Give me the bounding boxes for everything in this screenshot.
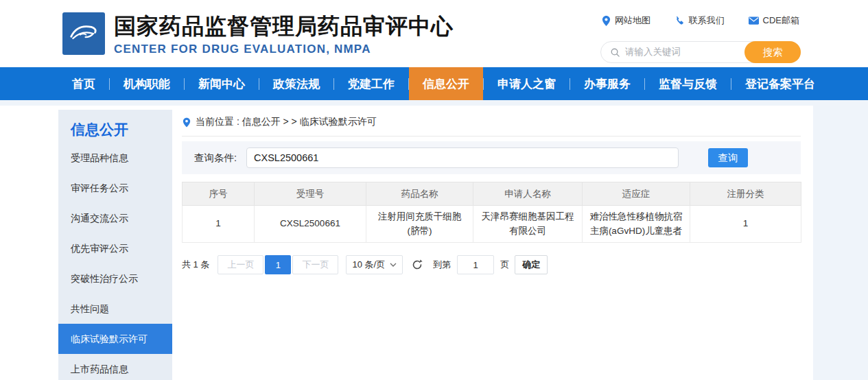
contact-us-link-label: 联系我们: [689, 14, 725, 27]
nav-item-party-building[interactable]: 党建工作: [334, 67, 408, 100]
breadcrumb-pin-icon: [183, 117, 191, 128]
sidebar-menu: 受理品种信息 审评任务公示 沟通交流公示 优先审评公示 突破性治疗公示 共性问题…: [58, 143, 172, 380]
header-quick-links: 网站地图 联系我们 CDE邮箱: [600, 14, 801, 27]
site-subtitle: CENTER FOR DRUG EVALUATION, NMPA: [114, 43, 454, 56]
pagination: 共 1 条 上一页 1 下一页 10 条/页 到第 页 确定: [182, 255, 801, 274]
goto-page-input[interactable]: [457, 255, 494, 274]
nav-item-info-disclosure[interactable]: 信息公开: [409, 67, 483, 100]
pagination-total: 共 1 条: [182, 259, 209, 271]
page-size-value: 10 条/页: [352, 259, 385, 271]
site-title: 国家药品监督管理局药品审评中心: [114, 13, 454, 39]
site-search-button[interactable]: 搜索: [744, 41, 801, 63]
next-page-button[interactable]: 下一页: [292, 255, 338, 274]
nav-item-applicant-window[interactable]: 申请人之窗: [484, 67, 570, 100]
page-number-1[interactable]: 1: [265, 255, 291, 274]
query-input[interactable]: [246, 147, 679, 168]
nav-item-home[interactable]: 首页: [58, 67, 109, 100]
cde-mail-link[interactable]: CDE邮箱: [749, 14, 799, 27]
prev-page-button[interactable]: 上一页: [218, 255, 263, 274]
goto-page-prefix: 到第: [433, 259, 451, 271]
sidebar-item-communication[interactable]: 沟通交流公示: [58, 203, 172, 233]
sidebar-item-clinical-trial-implied-license[interactable]: 临床试验默示许可: [58, 324, 172, 354]
nav-item-news[interactable]: 新闻中心: [185, 67, 259, 100]
contact-us-link[interactable]: 联系我们: [675, 14, 725, 27]
goto-confirm-button[interactable]: 确定: [515, 255, 548, 274]
sidebar-item-accepted-varieties[interactable]: 受理品种信息: [58, 143, 172, 173]
main-content: 当前位置 : 信息公开 > > 临床试验默示许可 查询条件: 查询 序号 受理号…: [182, 106, 801, 274]
page-size-select[interactable]: 10 条/页: [346, 255, 403, 274]
sidebar-item-common-issues[interactable]: 共性问题: [58, 294, 172, 324]
nav-item-policies[interactable]: 政策法规: [259, 67, 333, 100]
query-button[interactable]: 查询: [708, 148, 748, 167]
sidebar-title: 信息公开: [58, 110, 172, 139]
col-header-seq: 序号: [183, 182, 255, 206]
col-header-drug-name: 药品名称: [366, 182, 473, 206]
cde-mail-link-label: CDE邮箱: [763, 14, 799, 27]
sitemap-link[interactable]: 网站地图: [602, 14, 650, 27]
sidebar: 信息公开 受理品种信息 审评任务公示 沟通交流公示 优先审评公示 突破性治疗公示…: [58, 110, 172, 380]
sitemap-link-label: 网站地图: [615, 14, 650, 27]
cell-registration-class: 1: [690, 206, 801, 243]
nav-item-org-functions[interactable]: 机构职能: [110, 67, 184, 100]
sidebar-item-review-tasks[interactable]: 审评任务公示: [58, 173, 172, 203]
cell-indication: 难治性急性移植物抗宿主病(aGvHD)儿童患者: [583, 206, 690, 243]
goto-page-suffix: 页: [500, 259, 509, 271]
breadcrumb-text: 当前位置 : 信息公开 > > 临床试验默示许可: [196, 116, 377, 128]
refresh-icon: [411, 259, 423, 271]
refresh-button[interactable]: [411, 259, 423, 271]
sidebar-item-breakthrough-therapy[interactable]: 突破性治疗公示: [58, 263, 172, 294]
nav-item-supervision-feedback[interactable]: 监督与反馈: [645, 67, 731, 100]
col-header-indication: 适应症: [583, 182, 690, 206]
sidebar-item-priority-review[interactable]: 优先审评公示: [58, 233, 172, 263]
chevron-down-icon: [390, 263, 397, 267]
cell-acceptance-no: CXSL2500661: [255, 206, 366, 243]
query-label: 查询条件:: [194, 152, 237, 165]
table-header-row: 序号 受理号 药品名称 申请人名称 适应症 注册分类: [183, 182, 801, 206]
nav-item-registration-platform[interactable]: 登记备案平台: [731, 67, 829, 100]
main-navbar: 首页 机构职能 新闻中心 政策法规 党建工作 信息公开 申请人之窗 办事服务 监…: [0, 67, 868, 100]
breadcrumb: 当前位置 : 信息公开 > > 临床试验默示许可: [182, 106, 801, 136]
col-header-registration-class: 注册分类: [690, 182, 801, 206]
phone-icon: [675, 16, 685, 26]
location-pin-icon: [602, 16, 611, 26]
cell-applicant: 天津昂赛细胞基因工程有限公司: [473, 206, 583, 243]
table-row: 1 CXSL2500661 注射用间充质干细胞(脐带) 天津昂赛细胞基因工程有限…: [183, 206, 801, 243]
results-table: 序号 受理号 药品名称 申请人名称 适应症 注册分类 1 CXSL2500661…: [182, 182, 801, 243]
mail-icon: [749, 16, 759, 25]
eagle-swoosh-icon: [65, 15, 102, 52]
site-search-box[interactable]: 请输入关键词 搜索: [600, 41, 801, 63]
cell-seq: 1: [183, 206, 255, 243]
site-search-placeholder: 请输入关键词: [625, 46, 681, 58]
page-body: 信息公开 受理品种信息 审评任务公示 沟通交流公示 优先审评公示 突破性治疗公示…: [0, 100, 868, 380]
site-logo[interactable]: 国家药品监督管理局药品审评中心 CENTER FOR DRUG EVALUATI…: [62, 12, 454, 56]
query-form: 查询条件: 查询: [182, 141, 801, 174]
site-header: 国家药品监督管理局药品审评中心 CENTER FOR DRUG EVALUATI…: [0, 0, 868, 67]
col-header-applicant: 申请人名称: [473, 182, 583, 206]
search-icon: [610, 47, 620, 58]
sidebar-item-marketed-drugs[interactable]: 上市药品信息: [58, 354, 172, 380]
col-header-acceptance-no: 受理号: [255, 182, 366, 206]
nav-item-services[interactable]: 办事服务: [570, 67, 644, 100]
cde-logo-icon: [62, 12, 105, 55]
cell-drug-name: 注射用间充质干细胞(脐带): [366, 206, 473, 243]
